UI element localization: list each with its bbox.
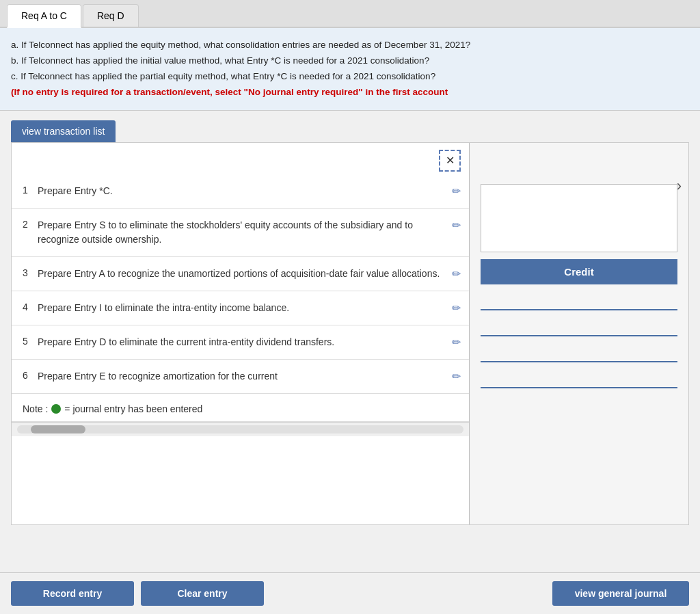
transaction-list-panel: ✕ 1 Prepare Entry *C. ✏ 2 Prepare Entry … xyxy=(12,143,470,524)
list-item[interactable]: 5 Prepare Entry D to eliminate the curre… xyxy=(12,325,469,360)
edit-icon[interactable]: ✏ xyxy=(452,370,461,383)
tab-req-a-c[interactable]: Req A to C xyxy=(7,4,81,28)
row-number: 3 xyxy=(23,267,38,278)
row-number: 6 xyxy=(23,369,38,381)
close-button[interactable]: ✕ xyxy=(439,150,461,172)
scrollbar-thumb[interactable] xyxy=(31,425,85,433)
top-input-box[interactable] xyxy=(481,184,677,252)
list-item[interactable]: 3 Prepare Entry A to recognize the unamo… xyxy=(12,257,469,291)
tab-req-d[interactable]: Req D xyxy=(83,4,139,27)
instruction-warning: (If no entry is required for a transacti… xyxy=(11,85,689,101)
credit-label: Credit xyxy=(481,259,677,284)
list-item[interactable]: 1 Prepare Entry *C. ✏ xyxy=(12,174,469,209)
clear-entry-button[interactable]: Clear entry xyxy=(141,581,264,606)
close-btn-row: ✕ xyxy=(12,143,469,174)
row-text: Prepare Entry A to recognize the unamort… xyxy=(38,267,445,281)
scrollbar-track[interactable] xyxy=(17,425,463,433)
record-entry-button[interactable]: Record entry xyxy=(11,581,134,606)
view-transaction-list-button[interactable]: view transaction list xyxy=(11,120,116,142)
instruction-line3: c. If Telconnect has applied the partial… xyxy=(11,69,689,85)
edit-icon[interactable]: ✏ xyxy=(452,336,461,349)
chevron-right-icon[interactable]: › xyxy=(677,177,682,195)
row-number: 5 xyxy=(23,335,38,347)
row-number: 1 xyxy=(23,184,38,196)
close-icon: ✕ xyxy=(446,154,455,167)
row-text: Prepare Entry *C. xyxy=(38,184,445,198)
credit-input-3[interactable] xyxy=(481,342,677,362)
edit-icon[interactable]: ✏ xyxy=(452,219,461,232)
note-row: Note : = journal entry has been entered xyxy=(12,394,469,422)
credit-input-1[interactable] xyxy=(481,290,677,310)
main-content: ✕ 1 Prepare Entry *C. ✏ 2 Prepare Entry … xyxy=(11,142,689,525)
edit-icon[interactable]: ✏ xyxy=(452,267,461,280)
row-text: Prepare Entry D to eliminate the current… xyxy=(38,335,445,349)
instruction-line1: a. If Telconnect has applied the equity … xyxy=(11,38,689,53)
edit-icon[interactable]: ✏ xyxy=(452,185,461,198)
right-panel: › Credit xyxy=(470,143,688,524)
list-item[interactable]: 4 Prepare Entry I to eliminate the intra… xyxy=(12,291,469,325)
right-input-area: Credit xyxy=(470,143,688,405)
note-text: = journal entry has been entered xyxy=(64,403,202,414)
row-number: 2 xyxy=(23,218,38,230)
list-item[interactable]: 6 Prepare Entry E to recognize amortizat… xyxy=(12,360,469,394)
credit-input-2[interactable] xyxy=(481,316,677,336)
edit-icon[interactable]: ✏ xyxy=(452,302,461,315)
list-item[interactable]: 2 Prepare Entry S to to eliminate the st… xyxy=(12,209,469,257)
bottom-buttons: Record entry Clear entry view general jo… xyxy=(0,572,700,614)
row-number: 4 xyxy=(23,301,38,312)
tabs-bar: Req A to C Req D xyxy=(0,0,700,28)
transaction-list-btn-wrap: view transaction list xyxy=(0,111,700,142)
green-dot-icon xyxy=(51,404,61,414)
instruction-area: a. If Telconnect has applied the equity … xyxy=(0,28,700,111)
row-text: Prepare Entry E to recognize amortizatio… xyxy=(38,369,445,384)
note-label: Note : xyxy=(23,403,48,414)
scrollbar-row[interactable] xyxy=(12,422,469,436)
view-general-journal-button[interactable]: view general journal xyxy=(552,581,689,606)
instruction-line2: b. If Telconnect has applied the initial… xyxy=(11,53,689,69)
row-text: Prepare Entry I to eliminate the intra-e… xyxy=(38,301,445,315)
row-text: Prepare Entry S to to eliminate the stoc… xyxy=(38,218,445,247)
credit-input-4[interactable] xyxy=(481,368,677,388)
